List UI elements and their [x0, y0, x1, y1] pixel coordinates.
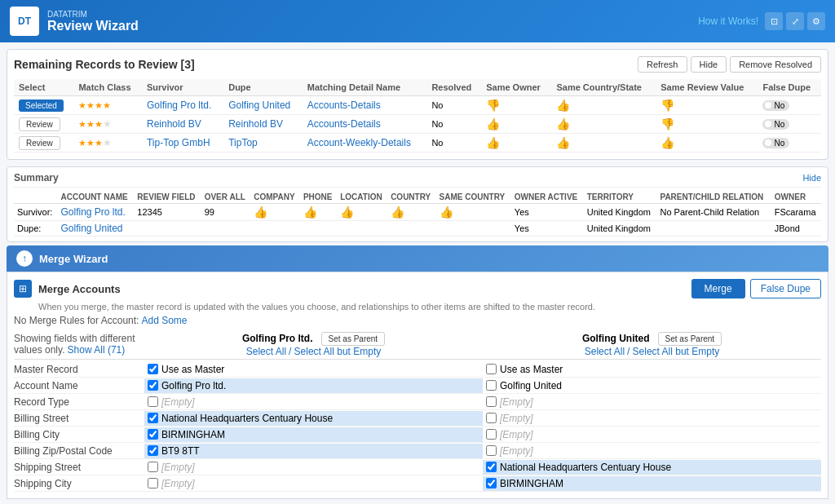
- app-header-right: How it Works! ⊡ ⤢ ⚙: [698, 12, 825, 30]
- dupe-link[interactable]: Reinhold BV: [228, 118, 283, 130]
- same-review-cell: 👍: [656, 134, 758, 153]
- thumbup-icon: 👍: [486, 136, 500, 149]
- app-subtitle: DATATRIM: [47, 10, 139, 19]
- hide-button[interactable]: Hide: [691, 56, 727, 73]
- summary-dupe-name[interactable]: Golfing United: [60, 223, 122, 234]
- same-country-cell: 👍: [551, 134, 656, 153]
- detail-link[interactable]: Account-Weekly-Details: [307, 137, 411, 148]
- expand-icon-button[interactable]: ⤢: [786, 12, 804, 30]
- survivor-checkbox[interactable]: [148, 429, 158, 440]
- summary-survivor-overall: 99: [201, 204, 251, 221]
- merge-col-header-row: Showing fields with different values onl…: [14, 331, 821, 360]
- review-row-0: Selected ★★★★ Golfing Pro ltd. Golfing U…: [14, 96, 821, 115]
- fields-container: Master Record Use as Master Use as Maste…: [14, 361, 821, 492]
- summary-owner-active-dupe: Yes: [511, 221, 584, 237]
- survivor-select-all-link[interactable]: Select All: [246, 346, 286, 357]
- thumbup-icon: 👍: [486, 117, 500, 130]
- summary-parent-child: No Parent-Child Relation: [656, 204, 771, 221]
- detail-link[interactable]: Accounts-Details: [307, 118, 381, 130]
- dupe-set-parent-button[interactable]: Set as Parent: [658, 332, 722, 346]
- summary-country-survivor-icon: 👍: [391, 206, 404, 219]
- remove-resolved-button[interactable]: Remove Resolved: [730, 56, 821, 73]
- survivor-checkbox[interactable]: [148, 478, 158, 489]
- summary-dupe-row: Dupe: Golfing United Yes United Kingdom …: [14, 221, 821, 237]
- survivor-link[interactable]: Golfing Pro ltd.: [147, 99, 211, 111]
- field-row-5: Billing Zip/Postal Code BT9 8TT [Empty]: [14, 443, 821, 459]
- select-cell[interactable]: Review: [14, 115, 73, 134]
- false-dupe-toggle[interactable]: No: [762, 138, 789, 148]
- detail-link[interactable]: Accounts-Details: [307, 99, 381, 111]
- survivor-checkbox[interactable]: [148, 396, 158, 407]
- survivor-checkbox[interactable]: [148, 462, 158, 472]
- merge-button[interactable]: Merge: [691, 279, 745, 298]
- survivor-checkbox[interactable]: [148, 364, 158, 374]
- survivor-field-cell: [Empty]: [144, 476, 483, 491]
- field-row-6: Shipping Street [Empty] National Headqua…: [14, 459, 821, 475]
- add-some-link[interactable]: Add Some: [141, 315, 187, 326]
- merge-rules: No Merge Rules for Account: Add Some: [14, 315, 821, 326]
- thumbdown-icon: 👎: [486, 99, 500, 112]
- review-row-2: Review ★★★★ Tip-Top GmbH TipTop Account-…: [14, 134, 821, 153]
- dupe-link[interactable]: TipTop: [228, 137, 258, 148]
- match-class-cell: ★★★★: [73, 96, 142, 115]
- thumbdown-icon: 👎: [660, 99, 674, 112]
- field-label: Billing City: [14, 427, 144, 442]
- summary-survivor-name[interactable]: Golfing Pro ltd.: [60, 206, 125, 218]
- survivor-link[interactable]: Tip-Top GmbH: [147, 137, 210, 148]
- survivor-field-cell: Use as Master: [144, 362, 483, 377]
- resolved-cell: No: [426, 96, 481, 115]
- dupe-checkbox[interactable]: [486, 380, 497, 391]
- refresh-button[interactable]: Refresh: [638, 56, 687, 73]
- wizard-up-icon: ↑: [22, 253, 27, 264]
- select-badge[interactable]: Review: [19, 136, 60, 150]
- summary-territory-dupe: United Kingdom: [584, 221, 657, 237]
- dupe-select-all-link[interactable]: Select All: [585, 346, 625, 357]
- survivor-select-all-but-empty-link[interactable]: Select All but Empty: [294, 346, 382, 357]
- same-owner-cell: 👎: [481, 96, 551, 115]
- window-icon-button[interactable]: ⊡: [765, 12, 783, 30]
- select-cell[interactable]: Selected: [14, 96, 73, 115]
- merge-wizard-header: ↑ Merge Wizard: [7, 245, 828, 272]
- settings-icon-button[interactable]: ⚙: [807, 12, 825, 30]
- select-cell[interactable]: Review: [14, 134, 73, 153]
- dupe-select-all-but-empty-link[interactable]: Select All but Empty: [633, 346, 720, 357]
- dupe-cell: Reinhold BV: [223, 115, 303, 134]
- field-row-0: Master Record Use as Master Use as Maste…: [14, 361, 821, 378]
- survivor-checkbox[interactable]: [148, 380, 158, 391]
- dupe-checkbox[interactable]: [486, 445, 497, 456]
- field-survivor-value: National Headquarters Centuary House: [161, 413, 333, 424]
- select-badge[interactable]: Review: [19, 117, 60, 131]
- dupe-checkbox[interactable]: [486, 413, 497, 423]
- summary-table: ACCOUNT NAME REVIEW FIELD OVER ALL COMPA…: [14, 191, 821, 237]
- false-dupe-toggle[interactable]: No: [762, 119, 789, 130]
- survivor-checkbox[interactable]: [148, 413, 158, 423]
- same-country-cell: 👍: [551, 115, 656, 134]
- empty-val: [Empty]: [161, 396, 195, 408]
- field-dupe-value: BIRMINGHAM: [500, 478, 563, 489]
- summary-col-empty: [14, 191, 57, 204]
- dupe-checkbox[interactable]: [486, 462, 497, 472]
- thumbdown-icon: 👎: [660, 117, 674, 130]
- summary-hide-button[interactable]: Hide: [802, 173, 821, 183]
- show-all-link[interactable]: Show All (71): [68, 344, 126, 356]
- survivor-set-parent-button[interactable]: Set as Parent: [321, 332, 386, 346]
- select-badge[interactable]: Selected: [19, 99, 64, 112]
- dupe-checkbox[interactable]: [486, 396, 497, 407]
- survivor-checkbox[interactable]: [148, 445, 158, 456]
- false-dupe-toggle[interactable]: No: [762, 100, 789, 111]
- dupe-checkbox[interactable]: [486, 429, 497, 440]
- empty-val: [Empty]: [500, 445, 533, 457]
- summary-col-owner-active: OWNER ACTIVE: [511, 191, 584, 204]
- merge-wizard-icon: ↑: [16, 250, 33, 267]
- false-dupe-button[interactable]: False Dupe: [750, 279, 821, 298]
- same-review-cell: 👎: [656, 96, 758, 115]
- field-survivor-value: BT9 8TT: [161, 445, 200, 457]
- dupe-checkbox[interactable]: [486, 364, 497, 374]
- how-it-works-link[interactable]: How it Works!: [698, 15, 758, 27]
- dupe-checkbox[interactable]: [486, 478, 497, 489]
- review-row-1: Review ★★★★ Reinhold BV Reinhold BV Acco…: [14, 115, 821, 134]
- field-row-1: Account Name Golfing Pro ltd. Golfing Un…: [14, 378, 821, 394]
- survivor-link[interactable]: Reinhold BV: [147, 118, 201, 130]
- dupe-link[interactable]: Golfing United: [228, 99, 290, 111]
- merge-section-title: Merge Accounts: [38, 283, 121, 295]
